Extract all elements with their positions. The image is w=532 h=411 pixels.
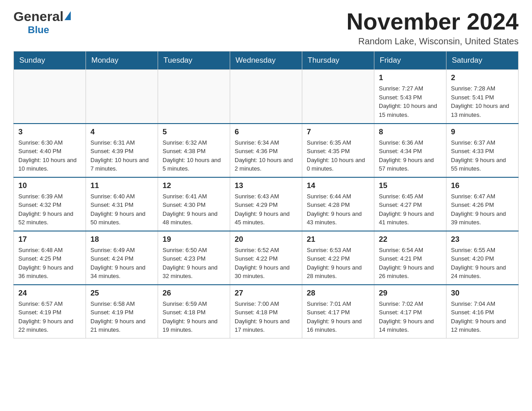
table-row: 17Sunrise: 6:48 AMSunset: 4:25 PMDayligh… <box>14 231 86 285</box>
day-info: Sunrise: 6:54 AMSunset: 4:21 PMDaylight:… <box>379 246 442 281</box>
table-row: 1Sunrise: 7:27 AMSunset: 5:43 PMDaylight… <box>374 70 446 124</box>
day-number: 20 <box>235 235 297 244</box>
table-row: 28Sunrise: 7:01 AMSunset: 4:17 PMDayligh… <box>302 285 374 338</box>
table-row: 27Sunrise: 7:00 AMSunset: 4:18 PMDayligh… <box>230 285 302 338</box>
calendar-table: Sunday Monday Tuesday Wednesday Thursday… <box>13 51 519 338</box>
day-number: 5 <box>163 128 225 137</box>
header-saturday: Saturday <box>446 51 519 70</box>
day-info: Sunrise: 6:37 AMSunset: 4:33 PMDaylight:… <box>451 138 514 173</box>
table-row: 8Sunrise: 6:36 AMSunset: 4:34 PMDaylight… <box>374 124 446 177</box>
day-info: Sunrise: 6:58 AMSunset: 4:19 PMDaylight:… <box>90 300 153 334</box>
table-row <box>302 70 374 124</box>
header-thursday: Thursday <box>302 51 374 70</box>
logo-triangle-icon <box>64 11 71 20</box>
day-info: Sunrise: 7:01 AMSunset: 4:17 PMDaylight:… <box>307 300 369 334</box>
day-number: 21 <box>307 235 369 244</box>
title-area: November 2024 Random Lake, Wisconsin, Un… <box>347 9 519 47</box>
page-header: General Blue November 2024 Random Lake, … <box>13 9 519 47</box>
header-wednesday: Wednesday <box>230 51 302 70</box>
day-info: Sunrise: 6:36 AMSunset: 4:34 PMDaylight:… <box>379 138 442 173</box>
day-info: Sunrise: 6:53 AMSunset: 4:22 PMDaylight:… <box>307 246 369 281</box>
day-info: Sunrise: 6:48 AMSunset: 4:25 PMDaylight:… <box>18 246 81 281</box>
month-title: November 2024 <box>347 9 519 34</box>
day-number: 12 <box>163 181 225 190</box>
day-info: Sunrise: 6:43 AMSunset: 4:29 PMDaylight:… <box>235 192 297 227</box>
day-info: Sunrise: 6:49 AMSunset: 4:24 PMDaylight:… <box>90 246 153 281</box>
table-row: 7Sunrise: 6:35 AMSunset: 4:35 PMDaylight… <box>302 124 374 177</box>
day-number: 9 <box>451 128 514 137</box>
table-row: 22Sunrise: 6:54 AMSunset: 4:21 PMDayligh… <box>374 231 446 285</box>
table-row: 11Sunrise: 6:40 AMSunset: 4:31 PMDayligh… <box>86 177 158 231</box>
day-number: 4 <box>90 128 153 137</box>
table-row: 25Sunrise: 6:58 AMSunset: 4:19 PMDayligh… <box>86 285 158 338</box>
header-friday: Friday <box>374 51 446 70</box>
day-number: 30 <box>451 289 514 298</box>
day-info: Sunrise: 7:27 AMSunset: 5:43 PMDaylight:… <box>379 84 442 119</box>
day-info: Sunrise: 6:30 AMSunset: 4:40 PMDaylight:… <box>18 138 81 173</box>
table-row: 20Sunrise: 6:52 AMSunset: 4:22 PMDayligh… <box>230 231 302 285</box>
day-number: 1 <box>379 73 442 82</box>
day-info: Sunrise: 6:39 AMSunset: 4:32 PMDaylight:… <box>18 192 81 227</box>
day-info: Sunrise: 6:31 AMSunset: 4:39 PMDaylight:… <box>90 138 153 173</box>
table-row: 16Sunrise: 6:47 AMSunset: 4:26 PMDayligh… <box>446 177 519 231</box>
day-info: Sunrise: 6:59 AMSunset: 4:18 PMDaylight:… <box>163 300 225 334</box>
day-info: Sunrise: 6:41 AMSunset: 4:30 PMDaylight:… <box>163 192 225 227</box>
table-row: 5Sunrise: 6:32 AMSunset: 4:38 PMDaylight… <box>158 124 230 177</box>
calendar-week-row: 3Sunrise: 6:30 AMSunset: 4:40 PMDaylight… <box>14 124 519 177</box>
day-number: 2 <box>451 73 514 82</box>
table-row: 9Sunrise: 6:37 AMSunset: 4:33 PMDaylight… <box>446 124 519 177</box>
day-number: 17 <box>18 235 81 244</box>
day-number: 13 <box>235 181 297 190</box>
day-info: Sunrise: 6:45 AMSunset: 4:27 PMDaylight:… <box>379 192 442 227</box>
day-info: Sunrise: 6:50 AMSunset: 4:23 PMDaylight:… <box>163 246 225 281</box>
header-sunday: Sunday <box>14 51 86 70</box>
day-number: 14 <box>307 181 369 190</box>
day-info: Sunrise: 6:52 AMSunset: 4:22 PMDaylight:… <box>235 246 297 281</box>
table-row: 30Sunrise: 7:04 AMSunset: 4:16 PMDayligh… <box>446 285 519 338</box>
table-row: 3Sunrise: 6:30 AMSunset: 4:40 PMDaylight… <box>14 124 86 177</box>
table-row <box>158 70 230 124</box>
day-number: 24 <box>18 289 81 298</box>
table-row: 24Sunrise: 6:57 AMSunset: 4:19 PMDayligh… <box>14 285 86 338</box>
day-info: Sunrise: 6:47 AMSunset: 4:26 PMDaylight:… <box>451 192 514 227</box>
table-row: 23Sunrise: 6:55 AMSunset: 4:20 PMDayligh… <box>446 231 519 285</box>
location-subtitle: Random Lake, Wisconsin, United States <box>347 36 519 47</box>
table-row: 6Sunrise: 6:34 AMSunset: 4:36 PMDaylight… <box>230 124 302 177</box>
day-info: Sunrise: 6:34 AMSunset: 4:36 PMDaylight:… <box>235 138 297 173</box>
logo-general-text: General <box>13 9 64 24</box>
day-number: 3 <box>18 128 81 137</box>
table-row <box>230 70 302 124</box>
day-number: 16 <box>451 181 514 190</box>
day-info: Sunrise: 6:55 AMSunset: 4:20 PMDaylight:… <box>451 246 514 281</box>
day-number: 23 <box>451 235 514 244</box>
table-row: 18Sunrise: 6:49 AMSunset: 4:24 PMDayligh… <box>86 231 158 285</box>
logo: General Blue <box>13 9 71 36</box>
day-number: 25 <box>90 289 153 298</box>
day-info: Sunrise: 6:57 AMSunset: 4:19 PMDaylight:… <box>18 300 81 334</box>
table-row <box>14 70 86 124</box>
day-info: Sunrise: 7:28 AMSunset: 5:41 PMDaylight:… <box>451 84 514 119</box>
day-number: 27 <box>235 289 297 298</box>
day-info: Sunrise: 7:02 AMSunset: 4:17 PMDaylight:… <box>379 300 442 334</box>
calendar-week-row: 17Sunrise: 6:48 AMSunset: 4:25 PMDayligh… <box>14 231 519 285</box>
header-tuesday: Tuesday <box>158 51 230 70</box>
day-number: 29 <box>379 289 442 298</box>
day-number: 15 <box>379 181 442 190</box>
table-row: 15Sunrise: 6:45 AMSunset: 4:27 PMDayligh… <box>374 177 446 231</box>
calendar-week-row: 1Sunrise: 7:27 AMSunset: 5:43 PMDaylight… <box>14 70 519 124</box>
table-row: 26Sunrise: 6:59 AMSunset: 4:18 PMDayligh… <box>158 285 230 338</box>
day-info: Sunrise: 6:44 AMSunset: 4:28 PMDaylight:… <box>307 192 369 227</box>
day-number: 22 <box>379 235 442 244</box>
calendar-week-row: 10Sunrise: 6:39 AMSunset: 4:32 PMDayligh… <box>14 177 519 231</box>
day-number: 11 <box>90 181 153 190</box>
day-number: 6 <box>235 128 297 137</box>
day-number: 10 <box>18 181 81 190</box>
day-number: 18 <box>90 235 153 244</box>
calendar-header-row: Sunday Monday Tuesday Wednesday Thursday… <box>14 51 519 70</box>
table-row: 14Sunrise: 6:44 AMSunset: 4:28 PMDayligh… <box>302 177 374 231</box>
day-info: Sunrise: 6:32 AMSunset: 4:38 PMDaylight:… <box>163 138 225 173</box>
day-info: Sunrise: 6:35 AMSunset: 4:35 PMDaylight:… <box>307 138 369 173</box>
logo-blue-text: Blue <box>28 24 49 35</box>
table-row: 10Sunrise: 6:39 AMSunset: 4:32 PMDayligh… <box>14 177 86 231</box>
table-row: 4Sunrise: 6:31 AMSunset: 4:39 PMDaylight… <box>86 124 158 177</box>
